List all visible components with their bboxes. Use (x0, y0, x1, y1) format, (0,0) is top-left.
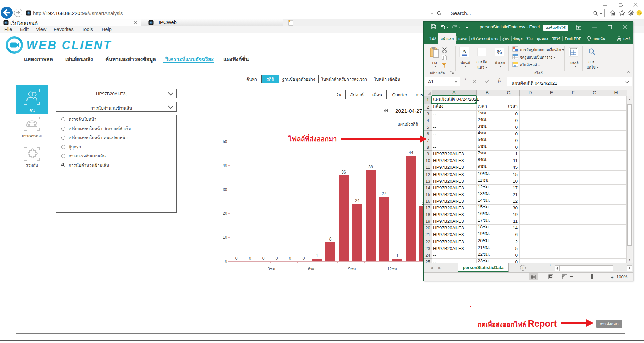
cell-G18[interactable] (584, 211, 605, 218)
date-prev-icon[interactable] (383, 109, 388, 113)
cell-D12[interactable] (520, 171, 541, 178)
cell-D13[interactable] (520, 178, 541, 185)
browser-forward-button[interactable] (14, 9, 22, 17)
select-all-corner[interactable] (424, 90, 432, 96)
cell-C14[interactable]: 17 (498, 185, 520, 191)
cell-D24[interactable] (520, 252, 541, 259)
cell-G1[interactable] (584, 96, 605, 104)
cell-D19[interactable] (520, 218, 541, 225)
cell-H13[interactable] (605, 178, 627, 185)
cell-C2[interactable]: เวลา (498, 104, 520, 111)
excel-ribbon-tab-10[interactable]: บอกฉัน (585, 33, 607, 44)
favorites-star-icon[interactable] (619, 10, 625, 16)
cancel-entry-icon[interactable] (473, 79, 477, 83)
cell-D22[interactable] (520, 238, 541, 245)
cell-F21[interactable] (562, 231, 584, 238)
row-header-4[interactable]: 4 (424, 117, 432, 124)
cell-F2[interactable] (562, 104, 584, 111)
cell-A10[interactable]: HP97B20AI-E3 (432, 157, 477, 164)
cell-D9[interactable] (520, 151, 541, 157)
cell-E3[interactable] (541, 111, 562, 117)
period-button-0[interactable]: วัน (332, 90, 346, 99)
cell-F5[interactable] (562, 124, 584, 131)
search-icon[interactable] (593, 11, 598, 16)
cell-C21[interactable]: 6 (498, 231, 520, 238)
hscroll-thumb[interactable] (559, 265, 613, 271)
cell-D15[interactable] (520, 191, 541, 198)
cell-D20[interactable] (520, 225, 541, 231)
cell-D8[interactable] (520, 144, 541, 151)
cell-H20[interactable] (605, 225, 627, 231)
cell-F20[interactable] (562, 225, 584, 231)
cell-G20[interactable] (584, 225, 605, 231)
excel-ribbon-tab-8[interactable]: วิธีใช้ (550, 33, 563, 44)
radio-option-3[interactable]: ผู้บุกรุก (61, 143, 81, 151)
cell-G2[interactable] (584, 104, 605, 111)
browser-tab-ipcweb[interactable]: IPCWeb (141, 19, 283, 26)
cell-G5[interactable] (584, 124, 605, 131)
cell-E12[interactable] (541, 171, 562, 178)
period-button-1[interactable]: สัปดาห์ (346, 90, 368, 99)
column-header-H[interactable]: H (605, 90, 627, 96)
menu-favorites[interactable]: Favorites (54, 27, 74, 32)
paste-icon[interactable] (430, 47, 440, 58)
cell-F10[interactable] (562, 157, 584, 164)
nav-item-0[interactable]: แสดงภาพสด (24, 55, 53, 63)
cell-A3[interactable]: -- (432, 111, 477, 117)
cell-A7[interactable]: -- (432, 137, 477, 144)
cell-C17[interactable]: 30 (498, 205, 520, 211)
cell-D17[interactable] (520, 205, 541, 211)
cell-F7[interactable] (562, 137, 584, 144)
cell-H12[interactable] (605, 171, 627, 178)
cell-H25[interactable] (605, 259, 627, 263)
cell-H23[interactable] (605, 245, 627, 252)
zoom-in-icon[interactable]: + (611, 274, 614, 280)
excel-ribbon-tab-1[interactable]: หน้าแรก (438, 33, 456, 44)
cell-E7[interactable] (541, 137, 562, 144)
cell-G3[interactable] (584, 111, 605, 117)
row-header-17[interactable]: 17 (424, 205, 432, 211)
cell-C16[interactable]: 12 (498, 198, 520, 205)
column-header-D[interactable]: D (520, 90, 541, 96)
format-painter-icon[interactable] (441, 62, 448, 68)
row-header-11[interactable]: 11 (424, 164, 432, 171)
cell-E13[interactable] (541, 178, 562, 185)
normal-view-icon[interactable] (529, 273, 538, 280)
settings-gear-icon[interactable] (628, 10, 634, 16)
cell-H9[interactable] (605, 151, 627, 157)
column-header-G[interactable]: G (584, 90, 605, 96)
cell-E2[interactable] (541, 104, 562, 111)
period-button-2[interactable]: เดือน (368, 90, 387, 99)
period-button-3[interactable]: Quarter (387, 90, 413, 99)
cell-C22[interactable]: 2 (498, 238, 520, 245)
window-minimize-button[interactable] (602, 2, 609, 8)
row-header-18[interactable]: 18 (424, 211, 432, 218)
menu-file[interactable]: File (4, 27, 12, 32)
cell-D5[interactable] (520, 124, 541, 131)
excel-ribbon-tab-0[interactable]: ไฟล์ (428, 33, 438, 44)
cell-A12[interactable]: HP97B20AI-E3 (432, 171, 477, 178)
cell-D25[interactable] (520, 259, 541, 263)
cell-E19[interactable] (541, 218, 562, 225)
row-header-19[interactable]: 19 (424, 218, 432, 225)
redo-icon[interactable] (452, 24, 461, 30)
row-header-25[interactable]: 25 (424, 259, 432, 263)
cell-E15[interactable] (541, 191, 562, 198)
cell-D18[interactable] (520, 211, 541, 218)
cell-A17[interactable]: HP97B20AI-E3 (432, 205, 477, 211)
cell-G10[interactable] (584, 157, 605, 164)
sidebar-item-vehicle[interactable]: ยานพาหนะ (16, 116, 48, 139)
cell-D21[interactable] (520, 231, 541, 238)
cell-H24[interactable] (605, 252, 627, 259)
cell-G8[interactable] (584, 144, 605, 151)
cell-G4[interactable] (584, 117, 605, 124)
cell-F13[interactable] (562, 178, 584, 185)
row-header-20[interactable]: 20 (424, 225, 432, 231)
number-format-icon[interactable]: % (495, 48, 504, 56)
cell-G9[interactable] (584, 151, 605, 157)
menu-edit[interactable]: Edit (20, 27, 29, 32)
cell-H1[interactable] (605, 96, 627, 104)
vscroll-thumb[interactable] (627, 104, 632, 246)
excel-minimize-icon[interactable] (592, 27, 597, 28)
content-tab-2[interactable]: ฐานข้อมูลตัวอย่าง (279, 75, 319, 83)
